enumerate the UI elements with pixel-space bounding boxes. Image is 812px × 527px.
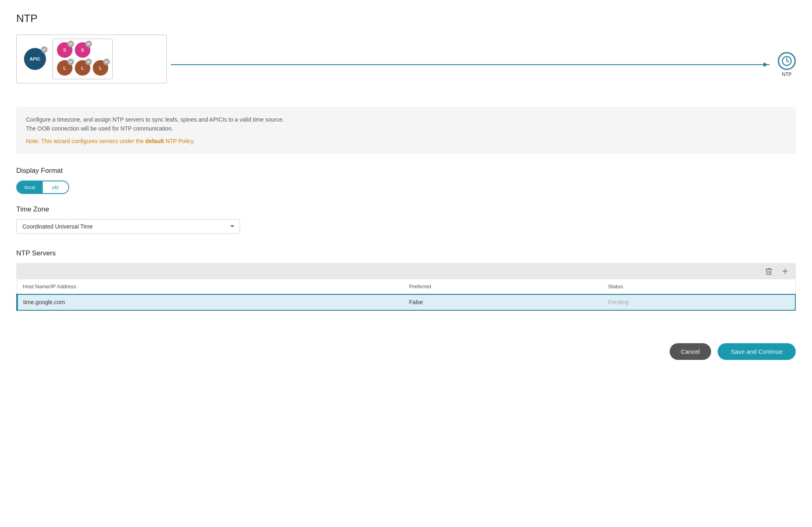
spine-node-1: S IP [57, 42, 72, 58]
info-note-suffix: NTP Policy. [164, 138, 195, 144]
apic-node: APIC IP [24, 48, 46, 70]
apic-badge: IP [41, 46, 48, 53]
toggle-container: local utc [16, 181, 796, 194]
timezone-label: Time Zone [16, 205, 796, 213]
spine-row: S IP S IP [57, 42, 108, 58]
leaf-node-2: L IP [75, 60, 90, 76]
ntp-clock-icon [778, 52, 796, 70]
col-header-host: Host Name/IP Address [17, 279, 404, 294]
spine-badge-1: IP [68, 41, 74, 47]
timezone-section: Time Zone Coordinated Universal TimeAmer… [16, 205, 796, 245]
inner-nodes-box: S IP S IP L IP L IP L IP [52, 39, 113, 79]
toggle-utc[interactable]: utc [43, 181, 68, 193]
table-row[interactable]: time.google.com False Pending [17, 294, 796, 311]
toggle-local[interactable]: local [17, 181, 43, 193]
col-header-status: Status [602, 279, 795, 294]
display-format-section: Display Format local utc [16, 167, 796, 194]
table-header-row: Host Name/IP Address Preferred Status [17, 279, 796, 294]
info-note: Note: This wizard configures servers und… [26, 137, 786, 146]
cancel-button[interactable]: Cancel [670, 343, 712, 360]
ntp-servers-label: NTP Servers [16, 249, 796, 257]
topology-arrow [171, 64, 770, 65]
info-box: Configure a timezone, and assign NTP ser… [16, 107, 796, 154]
info-note-prefix: Note: This wizard configures servers und… [26, 138, 145, 144]
cell-preferred: False [404, 294, 602, 311]
info-line-2: The OOB connection will be used for NTP … [26, 124, 786, 133]
col-header-preferred: Preferred [404, 279, 602, 294]
save-continue-button[interactable]: Save and Continue [718, 343, 796, 360]
display-format-toggle[interactable]: local utc [16, 181, 69, 194]
leaf-badge-1: IP [68, 59, 74, 65]
footer-actions: Cancel Save and Continue [16, 335, 796, 360]
info-line-1: Configure a timezone, and assign NTP ser… [26, 115, 786, 124]
leaf-badge-3: IP [103, 59, 110, 65]
leaf-node-1: L IP [57, 60, 72, 76]
spine-node-2: S IP [75, 42, 90, 58]
leaf-badge-2: IP [85, 59, 92, 65]
add-button[interactable] [779, 266, 791, 276]
ntp-icon-label: NTP [782, 72, 792, 77]
ntp-icon-container: NTP [778, 52, 796, 77]
cell-host: time.google.com [17, 294, 404, 311]
ntp-servers-table: Host Name/IP Address Preferred Status ti… [16, 279, 796, 311]
leaf-row: L IP L IP L IP [57, 60, 108, 76]
delete-button[interactable] [763, 266, 775, 276]
topology-row: APIC IP S IP S IP L IP L [16, 35, 796, 95]
display-format-label: Display Format [16, 167, 796, 175]
timezone-select[interactable]: Coordinated Universal TimeAmerica/New_Yo… [16, 219, 240, 234]
table-toolbar [16, 263, 796, 279]
page-title: NTP [16, 12, 796, 25]
ntp-servers-section: NTP Servers Host Name/IP Address Pref [16, 249, 796, 311]
spine-badge-2: IP [85, 41, 92, 47]
arrow-line [171, 64, 770, 65]
leaf-node-3: L IP [93, 60, 108, 76]
cell-status: Pending [602, 294, 795, 311]
topology-diagram: APIC IP S IP S IP L IP L [16, 35, 167, 83]
info-note-bold: default [145, 138, 164, 144]
